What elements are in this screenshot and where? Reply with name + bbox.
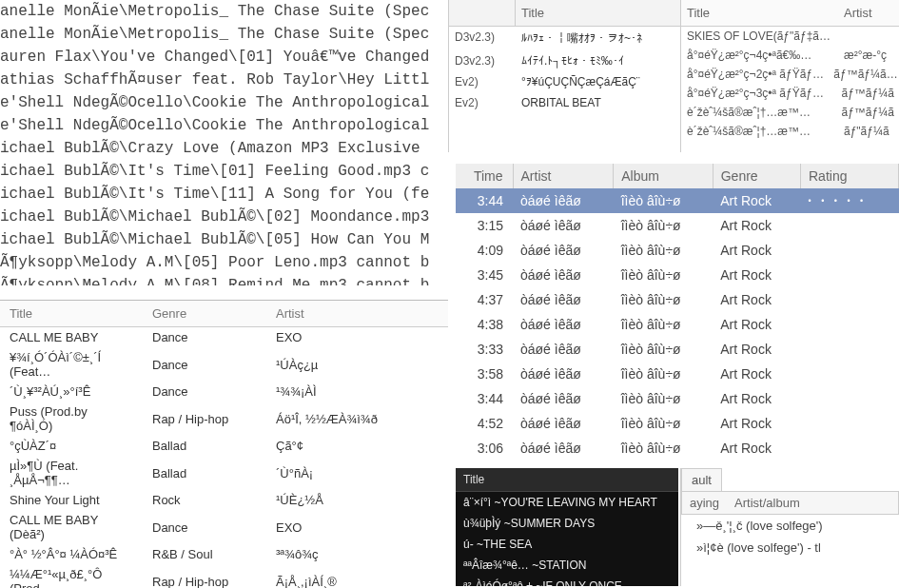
dark-panel-header[interactable]: Title: [456, 468, 678, 492]
table-row[interactable]: 3:45òáøé ìêãøîìèò âîù÷øArt Rock: [456, 263, 899, 287]
table-row[interactable]: 3:06òáøé ìêãøîìèò âîù÷øArt Rock: [456, 436, 899, 461]
table-row[interactable]: Ev2)ORBITAL BEAT: [449, 92, 680, 113]
log-line: ichael BublÃ©\Michael BublÃ©\[05] How Ca…: [0, 228, 448, 251]
cell-time: 4:09: [456, 238, 513, 263]
col-genre[interactable]: Genre: [143, 301, 266, 327]
cell-artist: ãƒ"ãƒ¼ã: [838, 122, 895, 141]
cell-artist: ´Ù°ñÀ¡: [266, 456, 448, 490]
cell-rating: [801, 436, 899, 461]
table-row[interactable]: Puss (Prod.by ¶óÀÌ¸Ó)Rap / Hip-hopÁö¹Î, …: [0, 402, 448, 436]
table-row[interactable]: °À° ½°Â°¤ ¼ÀÓ¤³ÊR&B / Soul³ª¾ô¾ç: [0, 544, 448, 564]
table-row[interactable]: ¥¾í¸Ó´ÓÀì´©±¸´Í (Feat…Dance¹ÚÀç¿µ: [0, 347, 448, 382]
cell-album: îìèò âîù÷ø: [614, 188, 713, 213]
cell-genre: Art Rock: [713, 386, 800, 411]
col-title[interactable]: Title: [0, 301, 143, 327]
table-row[interactable]: D3v2.3)ﾙﾊｦｪ・￤嘴ｵｵｦ・ヲｵ~･ﾈ: [449, 27, 680, 50]
cell-genre: Dance: [143, 510, 266, 544]
log-line: anelle MonÃie\Metropolis_ The Chase Suit…: [0, 23, 448, 46]
cell-time: 3:06: [456, 436, 513, 461]
table-row[interactable]: è´žèˆ¼šã®æˆ¦†…æ™…ãƒ™ãƒ¼ã: [681, 103, 899, 122]
log-line: e'Shell NdegÃ©Ocello\Cookie The Anthropo…: [0, 114, 448, 137]
mini-b-col-artist[interactable]: Artist: [838, 0, 878, 26]
col-genre5[interactable]: Genre: [713, 164, 800, 188]
table-row[interactable]: 3:15òáøé ìêãøîìèò âîù÷øArt Rock: [456, 213, 899, 238]
cell-album: îìèò âîù÷ø: [614, 287, 713, 312]
table-row[interactable]: å°¤éŸ¿æ²°ç¬2ç•ª ãƒŸãƒ…ãƒ™ãƒ¼ã…: [681, 65, 899, 84]
aux-tabs: ault: [681, 468, 899, 491]
cell-album: îìèò âîù÷ø: [614, 263, 713, 287]
cell-rating: [801, 337, 899, 362]
table-row[interactable]: 4:09òáøé ìêãøîìèò âîù÷øArt Rock: [456, 238, 899, 263]
list-item[interactable]: ú- ~THE SEA: [456, 534, 678, 555]
cell-time: 3:44: [456, 188, 513, 213]
col-rating5[interactable]: Rating: [801, 164, 899, 188]
list-item[interactable]: »ì¦¢è (love solfege') - tl: [681, 537, 899, 559]
cell-genre: Dance: [143, 382, 266, 402]
cell-genre: Dance: [143, 347, 266, 382]
list-item[interactable]: ª²¸ÀìéÓø°ªê ± ~IF ONLY ONCE: [456, 576, 678, 586]
mini-a-col-title[interactable]: Title: [516, 0, 550, 26]
col-artist5[interactable]: Artist: [513, 164, 614, 188]
table-row[interactable]: 3:44òáøé ìêãøîìèò âîù÷øArt Rock: [456, 386, 899, 411]
cell-tag: D3v2.3): [449, 50, 516, 71]
table-row[interactable]: Ev2)°ｦ¥úÇUÇÑÇæÇáÆãÇ¨: [449, 71, 680, 92]
cell-title: µÌ»¶Ù (Feat. ¸ÅµÅ¬¶¶…: [0, 456, 143, 490]
cell-title: °À° ½°Â°¤ ¼ÀÓ¤³Ê: [0, 544, 143, 564]
aux-header: aying Artist/album: [681, 491, 899, 515]
table-row[interactable]: 3:58òáøé ìêãøîìèò âîù÷øArt Rock: [456, 362, 899, 386]
table-row[interactable]: 4:38òáøé ìêãøîìèò âîù÷øArt Rock: [456, 312, 899, 337]
mini-a-col1[interactable]: [449, 0, 516, 26]
table-row[interactable]: °çÙÀZ´¤BalladÇã°¢: [0, 436, 448, 456]
log-line: auren Flax\You've Changed\[01] Youâ€™ve …: [0, 46, 448, 69]
col-artist[interactable]: Artist: [266, 301, 448, 327]
cell-time: 3:58: [456, 362, 513, 386]
col-artist-album[interactable]: Artist/album: [727, 492, 808, 514]
list-item[interactable]: ù¾üþÌý ~SUMMER DAYS: [456, 513, 678, 534]
log-line: e'Shell NdegÃ©Ocello\Cookie The Anthropo…: [0, 91, 448, 114]
cell-title: CALL ME BABY: [0, 327, 143, 348]
table-row[interactable]: CALL ME BABYDanceEXO: [0, 327, 448, 348]
table-row[interactable]: CALL ME BABY (Dèã²)DanceEXO: [0, 510, 448, 544]
cell-time: 4:52: [456, 411, 513, 436]
table-row[interactable]: ´Ù¸¥³²ÀÚ¸»°í³ÊDance¹¾¾¡ÀÌ: [0, 382, 448, 402]
col-album5[interactable]: Album: [614, 164, 713, 188]
cell-genre: Art Rock: [713, 312, 800, 337]
table-row[interactable]: è´žèˆ¼šã®æˆ¦†…æ™…ãƒ"ãƒ¼ã: [681, 122, 899, 141]
cell-genre: Art Rock: [713, 263, 800, 287]
cell-artist: ãƒ™ãƒ¼ã: [836, 103, 899, 122]
cell-rating: [801, 411, 899, 436]
cell-album: îìèò âîù÷ø: [614, 312, 713, 337]
table-row[interactable]: SKIES OF LOVE(ãƒ"ãƒ‡ã…: [681, 27, 899, 46]
cell-title: °ｦ¥úÇUÇÑÇæÇáÆãÇ¨: [516, 71, 646, 92]
table-row[interactable]: D3v2.3)ﾑｲﾃｲ.ﾄ┐ﾓﾋｫ・ﾓﾐ‰･ｲ: [449, 50, 680, 71]
table-row[interactable]: Shine Your LightRock¹ÚÈ¿½Å: [0, 490, 448, 510]
list-item[interactable]: â¨×í°ì ~YOU'RE LEAVING MY HEART: [456, 492, 678, 513]
cell-genre: Art Rock: [713, 411, 800, 436]
table-row[interactable]: å°¤éŸ¿æ²°ç¬3ç•ª ãƒŸãƒ…ãƒ™ãƒ¼ã: [681, 84, 899, 103]
list-item[interactable]: »—ě¸'¦¸č (love solfege'): [681, 515, 899, 537]
cell-artist: EXO: [266, 510, 448, 544]
cell-title: è´žèˆ¼šã®æˆ¦†…æ™…: [681, 122, 838, 141]
table-row[interactable]: å°¤éŸ¿æ²°ç¬4ç•ªã€‰…æ²°æ-°ç: [681, 46, 899, 65]
cell-album: îìèò âîù÷ø: [614, 411, 713, 436]
table-row[interactable]: ¼¼Æ°¹«µ¸ð£¸°Ô (Prod.…Rap / Hip-hopÃ¡Å¸,¡…: [0, 564, 448, 588]
table-row[interactable]: 3:33òáøé ìêãøîìèò âîù÷øArt Rock: [456, 337, 899, 362]
cell-artist: ¹ÚÀç¿µ: [266, 347, 448, 382]
cell-artist: ãƒ™ãƒ¼ã: [836, 84, 899, 103]
mini-b-col-title[interactable]: Title: [681, 0, 838, 26]
tab-aying[interactable]: aying: [682, 492, 727, 514]
table-row[interactable]: 4:52òáøé ìêãøîìèò âîù÷øArt Rock: [456, 411, 899, 436]
table-row[interactable]: µÌ»¶Ù (Feat. ¸ÅµÅ¬¶¶…Ballad´Ù°ñÀ¡: [0, 456, 448, 490]
col-time[interactable]: Time: [456, 164, 513, 188]
list-item[interactable]: ªªÂîæ¾°ªê… ~STATION: [456, 555, 678, 576]
cell-album: îìèò âîù÷ø: [614, 238, 713, 263]
table-row[interactable]: 3:44òáøé ìêãøîìèò âîù÷øArt Rock• • • • •: [456, 188, 899, 213]
cell-title: SKIES OF LOVE(ãƒ"ãƒ‡ã…: [681, 27, 838, 46]
log-panel: anelle MonÃie\Metropolis_ The Chase Suit…: [0, 0, 448, 285]
table-row[interactable]: 4:37òáøé ìêãøîìèò âîù÷øArt Rock: [456, 287, 899, 312]
cell-rating: [801, 287, 899, 312]
cell-rating: [801, 386, 899, 411]
tab-ault[interactable]: ault: [681, 468, 722, 491]
track-table-panel: Title Genre Artist CALL ME BABYDanceEXO¥…: [0, 300, 448, 588]
log-line: Ã¶yksopp\Melody A.M\[05] Poor Leno.mp3 c…: [0, 251, 448, 274]
